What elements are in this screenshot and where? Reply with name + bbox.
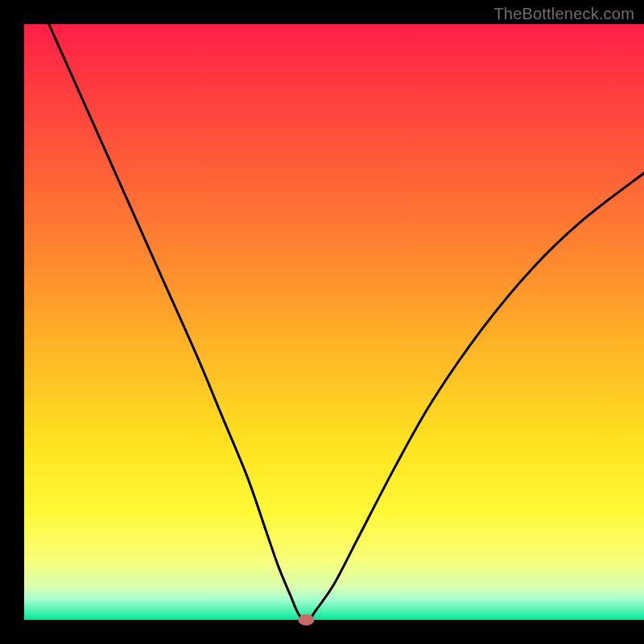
- bottleneck-chart: TheBottleneck.com: [0, 0, 644, 644]
- plot-area: [24, 24, 644, 620]
- optimal-point-marker: [298, 614, 314, 625]
- watermark-label: TheBottleneck.com: [493, 5, 634, 23]
- chart-svg: [0, 0, 644, 644]
